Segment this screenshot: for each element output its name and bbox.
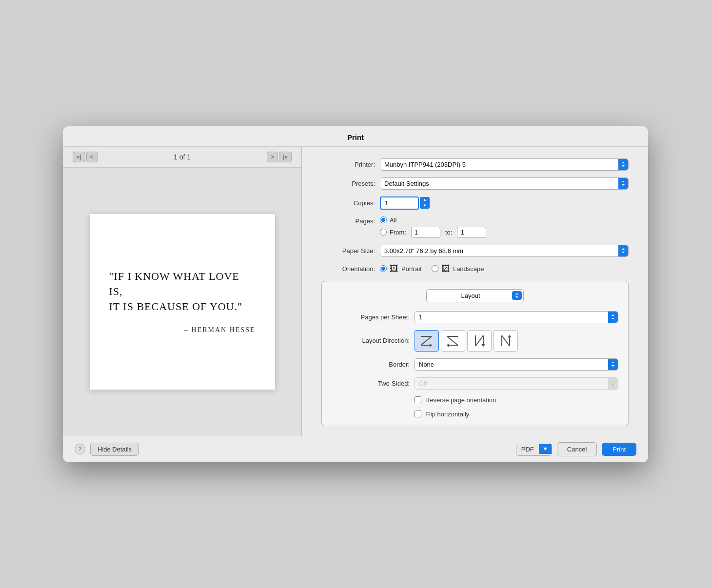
layout-header: Layout <box>332 289 618 302</box>
quote-author: – HERMAN HESSE <box>109 326 256 334</box>
layout-direction-row: Layout Direction: <box>332 330 618 352</box>
printer-label: Printer: <box>321 161 375 168</box>
flip-row: Flip horizontally <box>332 411 618 418</box>
pdf-button-group: PDF <box>516 443 552 456</box>
print-button[interactable]: Print <box>602 443 636 456</box>
pages-all-label: All <box>390 216 396 224</box>
printer-row: Printer: Munbyn ITPP941 (203DPI) 5 <box>321 158 629 171</box>
pages-all-row: All <box>380 216 486 224</box>
preview-panel: «| < 1 of 1 > |» "IF I KNOW WHAT LOVE IS… <box>63 147 302 436</box>
footer-left: ? Hide Details <box>75 443 139 456</box>
direction-n-right-button[interactable] <box>494 330 518 352</box>
landscape-icon: 🖼 <box>441 264 450 274</box>
layout-section: Layout Pag <box>321 281 629 426</box>
flip-label: Flip horizontally <box>425 411 469 418</box>
orientation-row: Orientation: 🖼 Portrait 🖼 Landscape <box>321 264 629 274</box>
settings-panel: Printer: Munbyn ITPP941 (203DPI) 5 Prese <box>302 147 648 436</box>
reverse-checkbox[interactable] <box>415 396 421 403</box>
printer-arrow[interactable] <box>618 159 628 170</box>
reverse-label: Reverse page orientation <box>425 396 496 404</box>
border-label: Border: <box>332 361 410 368</box>
direction-buttons <box>415 330 518 352</box>
direction-z-left-button[interactable] <box>441 330 465 352</box>
presets-select[interactable]: Default Settings <box>380 178 618 189</box>
printer-select[interactable]: Munbyn ITPP941 (203DPI) 5 <box>380 159 618 170</box>
landscape-radio[interactable] <box>432 265 438 272</box>
cancel-button[interactable]: Cancel <box>557 442 597 456</box>
direction-z-right-button[interactable] <box>415 330 439 352</box>
quote-text: "IF I KNOW WHAT LOVE IS,IT IS BECAUSE OF… <box>109 269 256 314</box>
hide-details-button[interactable]: Hide Details <box>90 443 139 456</box>
preview-area: "IF I KNOW WHAT LOVE IS,IT IS BECAUSE OF… <box>63 168 301 436</box>
border-select[interactable]: None <box>415 359 608 370</box>
landscape-option[interactable]: 🖼 Landscape <box>432 264 484 274</box>
paper-size-label: Paper Size: <box>321 247 375 255</box>
pages-from-option[interactable]: From: <box>380 229 406 236</box>
nav-next-button[interactable]: > <box>267 152 278 162</box>
pages-from-row: From: to: <box>380 227 486 238</box>
page-preview: "IF I KNOW WHAT LOVE IS,IT IS BECAUSE OF… <box>90 214 275 390</box>
dialog-footer: ? Hide Details PDF Cancel Print <box>63 436 648 462</box>
pages-to-input[interactable] <box>457 227 486 238</box>
portrait-option[interactable]: 🖼 Portrait <box>380 264 422 274</box>
nav-back-group: «| < <box>73 152 98 162</box>
printer-select-wrapper: Munbyn ITPP941 (203DPI) 5 <box>380 158 629 171</box>
pages-from-radio[interactable] <box>380 229 387 235</box>
copies-decrement-button[interactable]: ▼ <box>420 203 430 209</box>
pages-per-sheet-label: Pages per Sheet: <box>332 314 410 321</box>
two-sided-select-wrapper: Off <box>415 377 618 390</box>
print-dialog: Print «| < 1 of 1 > |» "IF I KNOW WHAT L… <box>63 126 648 462</box>
copies-increment-button[interactable]: ▲ <box>420 197 430 203</box>
copies-stepper: ▲ ▼ <box>420 197 430 209</box>
two-sided-select: Off <box>415 378 608 389</box>
paper-size-select-wrapper: 3.00x2.70" 76.2 by 68.6 mm <box>380 245 629 257</box>
dialog-title: Print <box>63 126 648 147</box>
border-arrow[interactable] <box>608 359 618 370</box>
pages-from-label: From: <box>390 229 406 236</box>
nav-last-button[interactable]: |» <box>279 152 292 162</box>
pages-row: Pages: All From: to: <box>321 216 629 238</box>
pages-per-sheet-select[interactable]: 1 <box>415 312 608 323</box>
two-sided-label: Two-Sided: <box>332 380 410 387</box>
portrait-radio[interactable] <box>380 265 387 272</box>
footer-right: PDF Cancel Print <box>516 442 636 456</box>
help-button[interactable]: ? <box>75 444 85 454</box>
nav-forward-group: > |» <box>267 152 292 162</box>
pages-from-input[interactable] <box>411 227 440 238</box>
paper-size-select[interactable]: 3.00x2.70" 76.2 by 68.6 mm <box>380 245 618 256</box>
pdf-label: PDF <box>516 443 539 455</box>
layout-direction-label: Layout Direction: <box>332 337 410 344</box>
paper-size-arrow[interactable] <box>618 245 628 256</box>
portrait-label: Portrait <box>401 265 422 273</box>
border-select-wrapper: None <box>415 358 618 371</box>
presets-select-wrapper: Default Settings <box>380 177 629 190</box>
layout-select[interactable]: Layout <box>426 289 524 302</box>
landscape-label: Landscape <box>453 265 484 273</box>
pages-all-radio[interactable] <box>380 216 387 223</box>
pages-all-option[interactable]: All <box>380 216 396 224</box>
pages-to-label: to: <box>445 229 452 236</box>
orientation-label: Orientation: <box>321 265 375 273</box>
pdf-arrow-button[interactable] <box>539 444 552 454</box>
direction-n-down-button[interactable] <box>467 330 492 352</box>
pages-per-sheet-select-wrapper: 1 <box>415 311 618 323</box>
page-counter: 1 of 1 <box>174 153 191 161</box>
flip-checkbox[interactable] <box>415 411 421 417</box>
border-row: Border: None <box>332 358 618 371</box>
dialog-body: «| < 1 of 1 > |» "IF I KNOW WHAT LOVE IS… <box>63 147 648 436</box>
copies-input-group: ▲ ▼ <box>380 196 430 210</box>
nav-prev-button[interactable]: < <box>86 152 98 162</box>
copies-label: Copies: <box>321 199 375 207</box>
pages-per-sheet-arrow[interactable] <box>608 312 618 323</box>
presets-label: Presets: <box>321 180 375 187</box>
copies-input[interactable] <box>380 196 419 210</box>
paper-size-row: Paper Size: 3.00x2.70" 76.2 by 68.6 mm <box>321 245 629 257</box>
pages-per-sheet-row: Pages per Sheet: 1 <box>332 311 618 323</box>
two-sided-arrow <box>608 378 618 389</box>
nav-first-button[interactable]: «| <box>73 152 85 162</box>
two-sided-row: Two-Sided: Off <box>332 377 618 390</box>
presets-arrow[interactable] <box>618 178 628 189</box>
copies-row: Copies: ▲ ▼ <box>321 196 629 210</box>
portrait-icon: 🖼 <box>390 264 398 274</box>
pages-section: All From: to: <box>380 216 486 238</box>
